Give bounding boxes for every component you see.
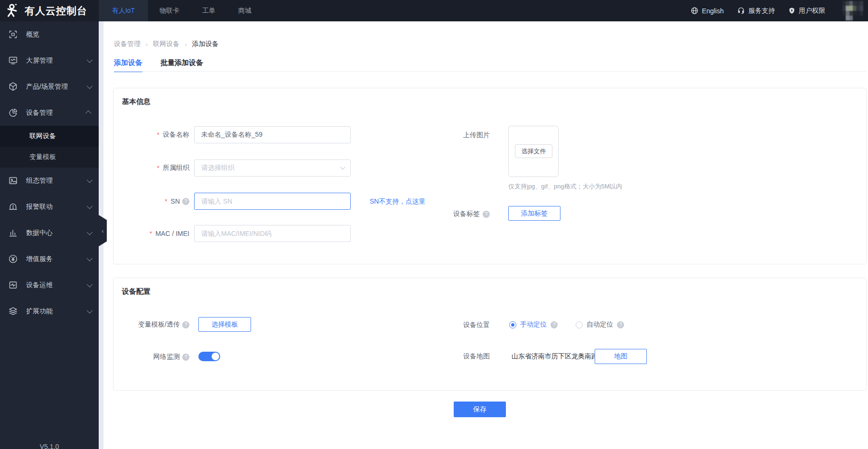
sidebar-item-networked-devices[interactable]: 联网设备: [0, 126, 99, 147]
nav-item-work-order[interactable]: 工单: [191, 0, 227, 21]
upload-dropzone[interactable]: 选择文件: [508, 126, 559, 177]
manual-location-label[interactable]: 手动定位: [520, 320, 547, 329]
sidebar-item-screen-management[interactable]: 大屏管理: [0, 47, 99, 74]
sidebar-item-product-scene[interactable]: 产品/场景管理: [0, 74, 99, 100]
sidebar-item-label: 组态管理: [26, 177, 87, 185]
network-monitor-toggle[interactable]: [198, 352, 220, 361]
help-icon[interactable]: [182, 354, 189, 361]
globe-icon: [691, 7, 699, 15]
permissions-link[interactable]: 用户权限: [788, 7, 825, 15]
sidebar-submenu-device-management: 联网设备 变量模板: [0, 126, 99, 168]
sidebar-item-label: 设备运维: [26, 281, 87, 290]
required-asterisk: *: [165, 197, 167, 205]
pie-chart-icon: [8, 108, 18, 118]
sidebar-item-configuration-management[interactable]: 组态管理: [0, 168, 99, 194]
nav-item-iot-card[interactable]: 物联卡: [148, 0, 191, 21]
breadcrumb-add-device: 添加设备: [192, 40, 219, 48]
choose-template-button[interactable]: 选择模板: [198, 317, 251, 332]
topbar-right: English 服务支持 用户权限: [691, 0, 868, 21]
chevron-down-icon: [87, 203, 93, 209]
cube-icon: [8, 82, 18, 92]
help-icon[interactable]: [617, 321, 624, 328]
monitor-wave-icon: [8, 56, 18, 65]
nav-item-usr-iot[interactable]: 有人IoT: [99, 0, 148, 21]
device-address-text: 山东省济南市历下区龙奥南路: [512, 352, 598, 361]
overview-scan-icon: [8, 29, 18, 39]
support-link[interactable]: 服务支持: [737, 7, 775, 15]
help-icon[interactable]: [182, 198, 189, 205]
breadcrumb-networked-devices[interactable]: 联网设备: [153, 40, 179, 48]
chevron-left-icon: ‹: [102, 228, 103, 234]
sidebar-item-variable-templates[interactable]: 变量模板: [0, 147, 99, 168]
chevron-down-icon: [87, 308, 93, 314]
sidebar-item-label: 扩展功能: [26, 307, 87, 316]
tab-add-device[interactable]: 添加设备: [114, 58, 142, 72]
chevron-down-icon: [87, 57, 93, 63]
sidebar-item-device-management[interactable]: 设备管理: [0, 100, 99, 126]
chevron-down-icon: [340, 164, 345, 169]
sn-not-supported-link[interactable]: SN不支持，点这里: [370, 197, 425, 206]
chevron-down-icon: [87, 83, 93, 89]
basic-info-title: 基本信息: [122, 97, 150, 106]
tab-batch-add-device[interactable]: 批量添加设备: [160, 58, 203, 72]
sidebar-item-device-operations[interactable]: 设备运维: [0, 272, 99, 298]
chevron-down-icon: [87, 281, 93, 288]
sidebar-item-label: 大屏管理: [26, 56, 87, 65]
usr-person-logo-icon: [4, 3, 20, 19]
help-icon[interactable]: [483, 211, 490, 218]
sn-input[interactable]: [194, 193, 351, 210]
permissions-label: 用户权限: [799, 7, 825, 15]
sidebar-item-label: 设备管理: [26, 109, 87, 117]
bar-chart-icon: [8, 228, 18, 238]
organization-select[interactable]: 请选择组织: [194, 159, 351, 177]
chevron-down-icon: [87, 229, 93, 235]
breadcrumb: 设备管理 › 联网设备 › 添加设备: [114, 40, 219, 48]
device-name-label: * 设备名称: [113, 130, 189, 140]
alarm-icon: [8, 202, 18, 212]
upload-hint: 仅支持jpg、gif、png格式；大小为5M以内: [508, 182, 622, 191]
yen-circle-icon: [8, 254, 18, 264]
help-icon[interactable]: [551, 321, 558, 328]
language-label: English: [702, 7, 724, 15]
support-label: 服务支持: [748, 7, 775, 15]
breadcrumb-device-management[interactable]: 设备管理: [114, 40, 140, 48]
sidebar-item-alarm-linkage[interactable]: 报警联动: [0, 194, 99, 220]
sidebar-item-value-added-services[interactable]: 增值服务: [0, 246, 99, 272]
sidebar-collapse-handle[interactable]: ‹: [99, 215, 107, 246]
auto-location-label[interactable]: 自动定位: [587, 320, 613, 329]
sidebar-item-data-center[interactable]: 数据中心: [0, 220, 99, 246]
monitor-pulse-icon: [8, 280, 18, 290]
help-icon[interactable]: [182, 321, 189, 328]
auto-location-radio[interactable]: [576, 321, 583, 328]
add-tag-button[interactable]: 添加标签: [508, 206, 560, 221]
nav-item-mall[interactable]: 商城: [227, 0, 263, 21]
choose-file-button[interactable]: 选择文件: [515, 144, 552, 158]
required-asterisk: *: [157, 131, 159, 139]
basic-info-card: 基本信息 * 设备名称 * 所属组织 请选择组织 * SN SN不支持，点这里 …: [113, 88, 867, 264]
device-name-input[interactable]: [194, 126, 351, 143]
main-content: 设备管理 › 联网设备 › 添加设备 添加设备 批量添加设备 基本信息 * 设备…: [103, 21, 868, 449]
primary-nav: 有人IoT 物联卡 工单 商城: [99, 0, 263, 21]
sidebar-item-label: 概览: [26, 30, 91, 39]
required-asterisk: *: [149, 230, 152, 237]
image-icon: [8, 176, 18, 186]
avatar[interactable]: [842, 1, 863, 20]
tabs-divider: [114, 71, 867, 72]
logo: 有人云控制台: [0, 0, 99, 21]
map-button[interactable]: 地图: [595, 349, 647, 364]
organization-placeholder: 请选择组织: [201, 164, 234, 172]
breadcrumb-separator: ›: [185, 41, 187, 48]
mac-imei-input[interactable]: [194, 225, 351, 242]
headset-icon: [737, 7, 745, 15]
app-title: 有人云控制台: [25, 4, 87, 18]
sidebar-item-extended-functions[interactable]: 扩展功能: [0, 298, 99, 324]
chevron-down-icon: [87, 177, 93, 183]
manual-location-radio[interactable]: [509, 321, 516, 328]
language-switcher[interactable]: English: [691, 7, 724, 15]
mac-imei-label: * MAC / IMEI: [113, 229, 189, 238]
topbar: 有人云控制台 有人IoT 物联卡 工单 商城 English 服务支持: [0, 0, 868, 21]
sidebar-item-overview[interactable]: 概览: [0, 21, 99, 47]
variable-template-label: 变量模板/透传: [113, 320, 189, 329]
save-button[interactable]: 保存: [454, 402, 506, 417]
sidebar-item-label: 增值服务: [26, 255, 87, 263]
